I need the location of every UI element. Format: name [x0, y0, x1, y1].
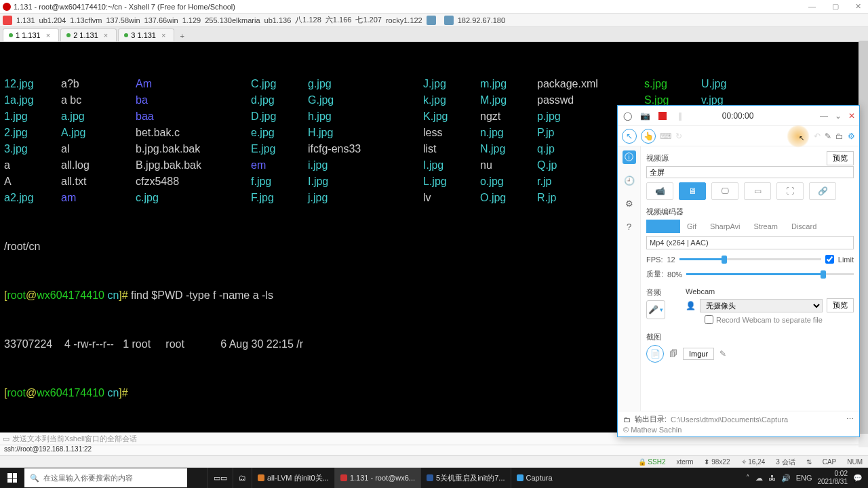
- session-tab[interactable]: 2 1.131×: [60, 28, 117, 41]
- cap-expand[interactable]: ⌄: [835, 111, 842, 121]
- codec-select[interactable]: Mp4 (x264 | AAC): [646, 236, 854, 249]
- tray-up-icon[interactable]: ˄: [746, 474, 750, 483]
- tray-volume-icon[interactable]: 🔊: [781, 474, 791, 483]
- quality-slider[interactable]: [686, 273, 854, 275]
- save-shot-icon[interactable]: 📄: [646, 345, 664, 363]
- toolbar-session[interactable]: 六1.166: [326, 15, 352, 25]
- person-icon: 👤: [686, 301, 696, 310]
- titlebar: 1.131 - root@wx604174410:~/cn - Xshell 7…: [0, 0, 868, 14]
- source-icons: 📹 🖥 🖵 ▭ ⛶ 🔗: [646, 182, 854, 200]
- toolbar-session[interactable]: ub1.136: [264, 16, 292, 24]
- tab-add[interactable]: +: [176, 30, 188, 41]
- toolbar-session[interactable]: 182.92.67.180: [458, 16, 505, 24]
- record-button[interactable]: [657, 110, 668, 121]
- gear-icon[interactable]: ⚙: [848, 131, 855, 141]
- webcam-preview-button[interactable]: 预览: [827, 298, 854, 312]
- quality-value: 80%: [667, 270, 682, 279]
- system-tray: ˄ ☁ 🖧 🔊 ENG 0:022021/8/31 💬: [741, 470, 868, 486]
- tray-notif-icon[interactable]: 💬: [853, 474, 863, 483]
- encoder-tab[interactable]: Gif: [680, 220, 703, 233]
- toolbar-session[interactable]: 255.130elkmaria: [205, 16, 260, 24]
- scrollbar[interactable]: [859, 41, 868, 447]
- cap-close[interactable]: ✕: [848, 111, 855, 121]
- window-src-icon[interactable]: ▭: [744, 182, 771, 200]
- toolbar-session[interactable]: 七1.207: [355, 15, 382, 25]
- explorer-icon[interactable]: 🗂: [233, 468, 252, 488]
- folder-icon[interactable]: 🗀: [835, 131, 844, 141]
- taskbar-search[interactable]: 🔍 在这里输入你要搜索的内容: [24, 468, 187, 487]
- taskbar: 🔍 在这里输入你要搜索的内容 ▭▭ 🗂 all-LVM 的init0关... 1…: [0, 468, 868, 488]
- close-button[interactable]: ✕: [851, 2, 865, 11]
- keyboard-icon[interactable]: ⌨: [660, 131, 671, 141]
- click-tool-icon[interactable]: 👆: [641, 129, 656, 144]
- timer: 00:00:00: [722, 111, 754, 121]
- taskbar-app[interactable]: 5关机重启及init的7...: [420, 468, 510, 488]
- maximize-button[interactable]: ▢: [828, 2, 843, 11]
- limit-check[interactable]: [825, 255, 834, 264]
- captura-titlebar: ◯ 📷 ‖ 00:00:00 — ⌄ ✕: [618, 106, 859, 126]
- mic-button[interactable]: 🎤 ▾: [646, 300, 665, 319]
- toolbar-session[interactable]: 1.129: [182, 16, 201, 24]
- record-sep-check[interactable]: [705, 315, 713, 324]
- credit: © Mathew Sachin: [623, 426, 854, 434]
- captura-sys-icon: ◯: [622, 110, 633, 121]
- toolbar-session[interactable]: ub1.204: [39, 16, 66, 24]
- session-tab[interactable]: 3 1.131×: [118, 28, 174, 41]
- more-icon[interactable]: ⋯: [846, 415, 854, 424]
- sidebar-settings-icon[interactable]: ⚙: [623, 197, 636, 210]
- webcam-select[interactable]: 无摄像头: [700, 299, 823, 312]
- pencil-icon[interactable]: ✎: [825, 131, 831, 141]
- camera-src-icon[interactable]: 📹: [646, 182, 673, 200]
- screen-src-icon[interactable]: 🖥: [679, 182, 706, 200]
- preview-button[interactable]: 预览: [827, 151, 854, 165]
- taskbar-app[interactable]: Captura: [511, 468, 558, 488]
- toolbar-session[interactable]: 137.58win: [106, 16, 140, 24]
- cap-minimize[interactable]: —: [820, 111, 828, 121]
- imgur-button[interactable]: Imgur: [683, 348, 714, 360]
- undo-icon[interactable]: ↶: [814, 131, 821, 141]
- taskview-icon[interactable]: ▭▭: [208, 468, 233, 488]
- toolbar-session[interactable]: rocky1.122: [386, 16, 422, 24]
- sidebar-main-icon[interactable]: ⓘ: [623, 150, 636, 164]
- webcam-label: Webcam: [686, 287, 854, 296]
- encoder-tab[interactable]: Stream: [747, 220, 785, 233]
- taskbar-app[interactable]: all-LVM 的init0关...: [252, 468, 334, 488]
- taskbar-app[interactable]: 1.131 - root@wx6...: [334, 468, 420, 488]
- encoder-tab[interactable]: SharpAvi: [703, 220, 747, 233]
- tray-lang[interactable]: ENG: [796, 474, 812, 482]
- snapshot-icon[interactable]: 📷: [639, 110, 650, 121]
- refresh-icon[interactable]: ↻: [675, 131, 682, 141]
- toolbar-session[interactable]: 1.13cflvm: [70, 16, 102, 24]
- encoder-tab[interactable]: Discard: [785, 220, 823, 233]
- toolbar-session[interactable]: 1.131: [16, 16, 35, 24]
- fps-slider[interactable]: [679, 258, 821, 260]
- tab-bar: 1 1.131×2 1.131×3 1.131×+: [0, 27, 868, 42]
- encoder-tab[interactable]: [646, 220, 680, 233]
- tray-clock[interactable]: 0:022021/8/31: [818, 470, 848, 486]
- captura-main: 视频源 预览 📹 🖥 🖵 ▭ ⛶ 🔗 视频编码器 GifSharpAviStre…: [641, 146, 859, 411]
- tray-network-icon[interactable]: 🖧: [768, 474, 776, 482]
- sidebar-history-icon[interactable]: 🕘: [623, 174, 636, 187]
- pause-button[interactable]: ‖: [675, 110, 686, 121]
- copy-shot-icon[interactable]: 🗐: [669, 349, 677, 359]
- tray-onedrive-icon[interactable]: ☁: [755, 474, 763, 483]
- fps-value: 12: [667, 256, 675, 264]
- window-title: 1.131 - root@wx604174410:~/cn - Xshell 7…: [14, 3, 235, 11]
- click-highlight: [787, 125, 810, 148]
- cursor-tool-icon[interactable]: ↖: [622, 129, 637, 144]
- audio-label: 音频: [646, 287, 665, 298]
- edit-shot-icon[interactable]: ✎: [719, 349, 726, 359]
- toolbar-session[interactable]: 137.66win: [144, 16, 178, 24]
- sidebar-help-icon[interactable]: ?: [623, 220, 636, 233]
- source-input[interactable]: [646, 166, 854, 178]
- session-tab[interactable]: 1 1.131×: [3, 28, 59, 41]
- link-src-icon[interactable]: 🔗: [809, 182, 836, 200]
- folder-out-icon[interactable]: 🗀: [623, 415, 631, 424]
- minimize-button[interactable]: —: [804, 2, 820, 11]
- region-src-icon[interactable]: ⛶: [776, 182, 804, 200]
- toolbar-session[interactable]: 八1.128: [295, 15, 321, 25]
- start-button[interactable]: [0, 468, 24, 488]
- ssh-info: ssh://root@192.168.1.131:22: [0, 445, 868, 455]
- monitor-src-icon[interactable]: 🖵: [711, 182, 738, 200]
- output-path[interactable]: C:\Users\dtmxi\Documents\Captura: [671, 415, 842, 424]
